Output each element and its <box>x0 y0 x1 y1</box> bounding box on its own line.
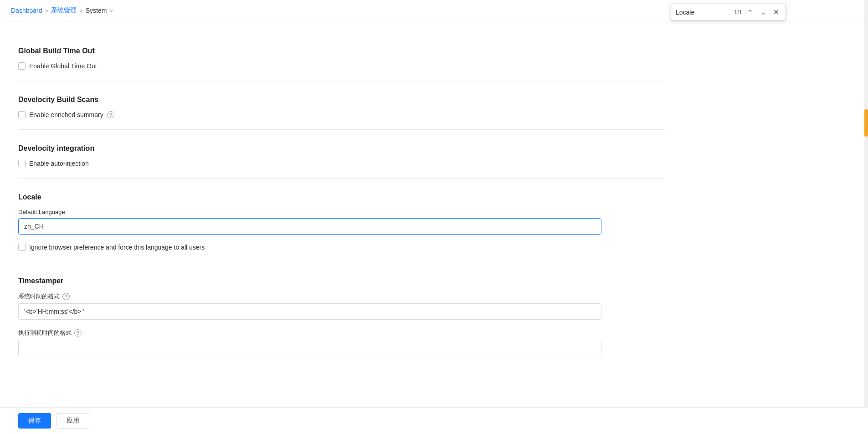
ignore-browser-pref-label: Ignore browser preference and force this… <box>29 244 205 251</box>
locale-title: Locale <box>18 193 665 201</box>
develocity-build-scans-title: Develocity Build Scans <box>18 96 665 104</box>
scrollbar-thumb[interactable] <box>864 109 868 137</box>
develocity-integration-section: Develocity integration Enable auto-injec… <box>18 144 665 167</box>
elapsed-time-format-input[interactable] <box>18 340 601 356</box>
search-next-button[interactable]: ⌄ <box>759 8 768 17</box>
search-popup: 1/1 ⌃ ⌄ ✕ <box>671 4 786 20</box>
breadcrumb-dashboard[interactable]: Dashboard <box>11 7 42 14</box>
breadcrumb-sep-3: > <box>109 7 113 14</box>
scrollbar-track <box>864 0 868 434</box>
divider-2 <box>18 129 665 130</box>
save-button[interactable]: 保存 <box>18 413 51 429</box>
enable-global-timeout-label: Enable Global Time Out <box>29 62 97 70</box>
elapsed-time-format-label: 执行消耗时间的格式 ? <box>18 329 665 337</box>
develocity-integration-title: Develocity integration <box>18 144 665 153</box>
enable-enriched-summary-row: Enable enriched summary ? <box>18 111 665 118</box>
enable-global-timeout-checkbox[interactable] <box>18 62 26 70</box>
main-content: Global Build Time Out Enable Global Time… <box>0 21 683 434</box>
system-time-format-input[interactable] <box>18 303 601 320</box>
enable-auto-injection-checkbox[interactable] <box>18 160 26 167</box>
search-prev-button[interactable]: ⌃ <box>746 8 755 17</box>
global-build-timeout-title: Global Build Time Out <box>18 47 665 55</box>
breadcrumb-sep-1: > <box>45 7 49 14</box>
locale-section: Locale Default Language Ignore browser p… <box>18 193 665 251</box>
default-language-input[interactable] <box>18 218 601 235</box>
breadcrumb-sysadmin[interactable]: 系统管理 <box>51 6 77 15</box>
elapsed-time-format-label-text: 执行消耗时间的格式 <box>18 329 72 337</box>
ignore-browser-pref-checkbox[interactable] <box>18 244 26 251</box>
elapsed-time-format-help-icon[interactable]: ? <box>74 329 82 337</box>
enable-enriched-summary-checkbox[interactable] <box>18 111 26 118</box>
bottom-bar: 保存 应用 <box>0 407 868 434</box>
system-time-format-label: 系统时间的格式 ? <box>18 292 665 301</box>
search-input[interactable] <box>676 9 730 16</box>
global-build-timeout-section: Global Build Time Out Enable Global Time… <box>18 47 665 70</box>
enable-auto-injection-row: Enable auto-injection <box>18 160 665 167</box>
timestamper-title: Timestamper <box>18 277 665 285</box>
enable-enriched-summary-label: Enable enriched summary <box>29 111 103 118</box>
locale-title-text: Locale <box>18 193 41 201</box>
apply-button[interactable]: 应用 <box>56 413 89 429</box>
divider-1 <box>18 81 665 81</box>
timestamper-section: Timestamper 系统时间的格式 ? 执行消耗时间的格式 ? <box>18 277 665 356</box>
divider-4 <box>18 262 665 262</box>
default-language-label: Default Language <box>18 209 665 215</box>
enable-auto-injection-label: Enable auto-injection <box>29 160 89 167</box>
default-language-field: Default Language <box>18 209 665 235</box>
enriched-summary-help-icon[interactable]: ? <box>107 111 114 118</box>
elapsed-time-format-field: 执行消耗时间的格式 ? <box>18 329 665 356</box>
search-close-button[interactable]: ✕ <box>771 7 781 17</box>
system-time-format-field: 系统时间的格式 ? <box>18 292 665 320</box>
system-time-format-label-text: 系统时间的格式 <box>18 292 60 301</box>
ignore-browser-pref-row: Ignore browser preference and force this… <box>18 244 665 251</box>
page-wrapper: Dashboard > 系统管理 > System > 1/1 ⌃ ⌄ ✕ Gl… <box>0 0 868 434</box>
enable-global-timeout-row: Enable Global Time Out <box>18 62 665 70</box>
breadcrumb-sep-2: > <box>79 7 83 14</box>
search-count: 1/1 <box>734 9 742 15</box>
divider-3 <box>18 178 665 179</box>
develocity-build-scans-section: Develocity Build Scans Enable enriched s… <box>18 96 665 118</box>
breadcrumb-system: System <box>86 7 107 14</box>
system-time-format-help-icon[interactable]: ? <box>62 293 70 300</box>
